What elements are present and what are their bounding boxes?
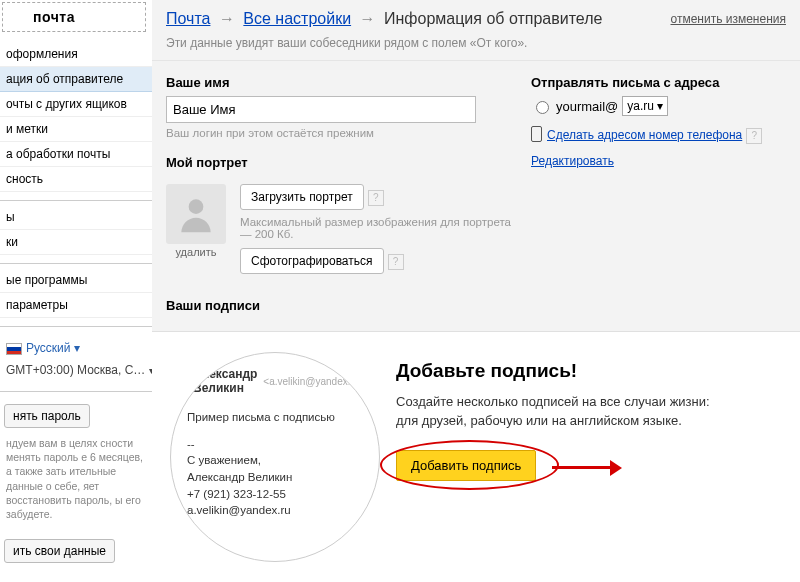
person-icon (174, 192, 218, 236)
portrait-label: Мой портрет (166, 155, 513, 170)
crumb-current: Информация об отправителе (384, 10, 602, 27)
promo-text-1: Создайте несколько подписей на все случа… (396, 394, 782, 409)
sidebar-nav-3: ые программы параметры (0, 268, 152, 318)
sidebar-item-security[interactable]: сность (0, 167, 152, 192)
language-selector[interactable]: Русский ▾ (0, 331, 152, 361)
remove-data-button[interactable]: ить свои данные (4, 539, 115, 563)
sidebar-item-x2[interactable]: ки (0, 230, 152, 255)
avatar-placeholder (166, 184, 226, 244)
signatures-header: Ваши подписи (166, 298, 513, 313)
from-domain-select[interactable]: ya.ru ▾ (622, 96, 668, 116)
highlight-ring (380, 440, 559, 490)
from-address-radio[interactable] (536, 101, 549, 114)
take-photo-button[interactable]: Сфотографироваться (240, 248, 384, 274)
sidebar-item-x1[interactable]: ы (0, 205, 152, 230)
promo-text-2: для друзей, рабочую или на английском яз… (396, 413, 782, 428)
signature-promo: Александр Великин <a.velikin@yandex.ru> … (152, 331, 800, 582)
sidebar-item-rules[interactable]: а обработки почты (0, 142, 152, 167)
upload-portrait-button[interactable]: Загрузить портрет (240, 184, 364, 210)
from-address-row: yourmail@ ya.ru ▾ (531, 96, 786, 116)
help-icon[interactable]: ? (746, 128, 762, 144)
from-local: yourmail@ (556, 99, 618, 114)
sidebar-nav: оформления ация об отправителе очты с др… (0, 42, 152, 192)
timezone-selector[interactable]: GMT+03:00) Москва, С… ▾ (0, 361, 152, 383)
crumb-all-settings[interactable]: Все настройки (243, 10, 351, 27)
sidebar-nav-2: ы ки (0, 205, 152, 255)
logo: почта (2, 2, 146, 32)
portrait-size-hint: Максимальный размер изображения для порт… (240, 216, 513, 240)
preview-email: <a.velikin@yandex.ru> (263, 376, 365, 387)
timezone-label: GMT+03:00) Москва, С… (6, 363, 145, 377)
sidebar-item-labels[interactable]: и метки (0, 117, 152, 142)
promo-heading: Добавьте подпись! (396, 360, 782, 382)
sidebar-item-appearance[interactable]: оформления (0, 42, 152, 67)
phone-icon (531, 126, 542, 142)
breadcrumb-bar: Почта → Все настройки → Информация об от… (152, 0, 800, 61)
cancel-changes-link[interactable]: отменить изменения (671, 12, 787, 26)
help-icon[interactable]: ? (368, 190, 384, 206)
password-hint: ндуем вам в целях сности менять пароль е… (0, 432, 152, 525)
help-icon[interactable]: ? (388, 254, 404, 270)
sidebar-item-params[interactable]: параметры (0, 293, 152, 318)
crumb-sep: → (360, 10, 376, 27)
form-panel: Ваше имя Ваш логин при этом остаётся пре… (152, 61, 800, 331)
chevron-down-icon: ▾ (657, 99, 663, 113)
sidebar-item-sender-info[interactable]: ация об отправителе (0, 67, 152, 92)
main-content: Почта → Все настройки → Информация об от… (152, 0, 800, 582)
preview-line: С уважением, (187, 452, 363, 469)
preview-name: Александр Великин (193, 367, 257, 395)
preview-line: Александр Великин (187, 469, 363, 486)
language-label: Русский ▾ (26, 341, 80, 355)
portrait-buttons: Загрузить портрет? Максимальный размер и… (240, 184, 513, 280)
name-hint: Ваш логин при этом остаётся прежним (166, 127, 513, 139)
preview-line: Пример письма с подписью (187, 409, 363, 426)
crumb-mail[interactable]: Почта (166, 10, 210, 27)
change-password-button[interactable]: нять пароль (4, 404, 90, 428)
svg-point-0 (189, 199, 204, 214)
preview-line: -- (187, 436, 363, 453)
page-description: Эти данные увидят ваши собеседники рядом… (166, 36, 786, 50)
preview-line: a.velikin@yandex.ru (187, 502, 363, 519)
phone-address-link[interactable]: Сделать адресом номер телефона? (531, 126, 786, 144)
flag-ru-icon (6, 343, 22, 355)
preview-line: +7 (921) 323-12-55 (187, 486, 363, 503)
avatar-delete-link[interactable]: удалить (166, 246, 226, 258)
sidebar-item-programs[interactable]: ые программы (0, 268, 152, 293)
sidebar: почта оформления ация об отправителе очт… (0, 0, 153, 582)
name-input[interactable] (166, 96, 476, 123)
avatar-block: удалить (166, 184, 226, 280)
signature-preview: Александр Великин <a.velikin@yandex.ru> … (170, 352, 380, 562)
sidebar-item-other-boxes[interactable]: очты с других ящиков (0, 92, 152, 117)
from-label: Отправлять письма с адреса (531, 75, 786, 90)
crumb-sep: → (219, 10, 235, 27)
edit-link[interactable]: Редактировать (531, 154, 614, 168)
name-label: Ваше имя (166, 75, 513, 90)
